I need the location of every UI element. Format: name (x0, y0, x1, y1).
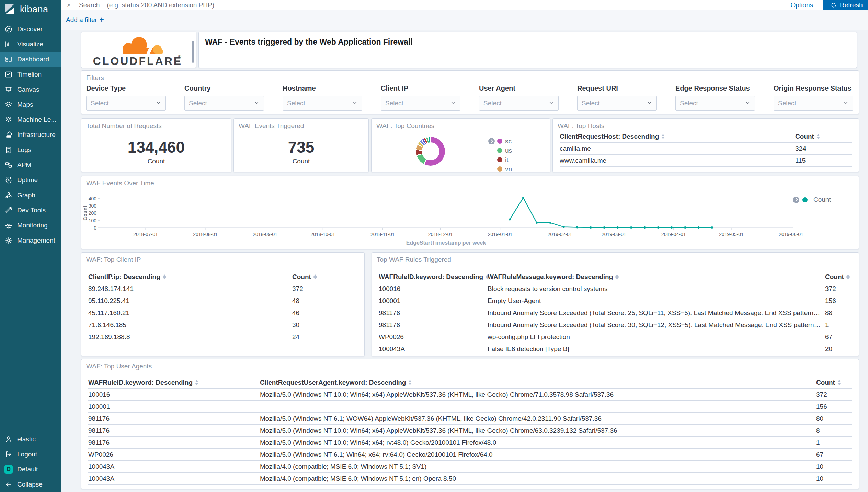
sidebar-item-machine-le[interactable]: Machine Le... (0, 112, 61, 127)
svg-text:2019-06-01: 2019-06-01 (779, 232, 803, 237)
sidebar-item-label: Management (17, 237, 55, 244)
sidebar-item-elastic[interactable]: elastic (0, 432, 61, 447)
sidebar-item-logout[interactable]: Logout (0, 447, 61, 462)
sidebar-item-label: elastic (17, 435, 36, 443)
total-requests-panel: Total Number of Requests 134,460 Count (81, 118, 231, 172)
legend-label[interactable]: Count (813, 196, 831, 203)
maps-icon (4, 101, 13, 109)
table-cell: Mozilla/5.0 (Windows NT 6.1; WOW64) Appl… (260, 415, 816, 422)
panel-scrollbar[interactable] (192, 41, 194, 63)
dashboard-title-panel: WAF - Events triggered by the Web Applic… (198, 32, 857, 68)
events-over-time-chart-mount: 01002003004002018-07-012018-08-012018-09… (81, 176, 858, 249)
search-input[interactable]: >_ Search... (e.g. status:200 AND extens… (61, 0, 781, 10)
sort-icon (846, 274, 850, 279)
table-cell: Mozilla/5.0 (Windows NT 10.0; Win64; x64… (260, 439, 816, 446)
select-placeholder: Select... (287, 99, 311, 107)
filter-select[interactable]: Select... (577, 96, 657, 111)
table-row: 981176Mozilla/5.0 (Windows NT 10.0; Win6… (88, 425, 852, 437)
top-waf-rules-panel: Top WAF Rules Triggered WAFRuleID.keywor… (372, 252, 859, 356)
column-header[interactable]: WAFRuleID.keyword: Descending (88, 379, 260, 386)
table-cell: Inbound Anomaly Score Exceeded (Total Sc… (488, 309, 825, 317)
dashboard-icon (4, 55, 13, 63)
sidebar-item-discover[interactable]: Discover (0, 22, 61, 37)
sidebar-item-apm[interactable]: APM (0, 157, 61, 173)
chevron-down-icon (745, 100, 751, 107)
sidebar-item-canvas[interactable]: Canvas (0, 82, 61, 97)
refresh-button[interactable]: Refresh (823, 0, 868, 10)
legend-label: sc (505, 138, 512, 145)
column-header[interactable]: Count (825, 273, 852, 281)
filter-select[interactable]: Select... (86, 96, 166, 111)
filter-select[interactable]: Select... (774, 96, 853, 111)
panel-title: WAF: Top Countries (376, 122, 434, 130)
legend-item-sc[interactable]: sc (488, 137, 512, 146)
top-user-agents-panel: WAF: Top User Agents WAFRuleID.keyword: … (81, 359, 859, 489)
filter-select[interactable]: Select... (675, 96, 755, 111)
column-header[interactable]: WAFRuleID.keyword: Descending (379, 273, 488, 281)
legend-item-vn[interactable]: vn (488, 164, 512, 172)
sort-icon (837, 380, 841, 385)
table-cell: 981176 (88, 427, 260, 434)
sidebar-item-maps[interactable]: Maps (0, 97, 61, 112)
table-cell: 100016 (88, 391, 260, 398)
table-cell: 372 (825, 285, 852, 293)
column-header[interactable]: ClientRequestHost: Descending (560, 133, 795, 140)
column-header[interactable]: Count (292, 273, 357, 281)
legend-color-dot (497, 166, 502, 172)
svg-text:2019-04-01: 2019-04-01 (661, 232, 686, 237)
column-header[interactable]: ClientRequestUserAgent.keyword: Descendi… (260, 379, 816, 386)
events-over-time-panel: WAF Events Over Time 01002003004002018-0… (81, 176, 859, 249)
legend-expand-icon[interactable] (793, 197, 799, 203)
machine-learning-icon (4, 116, 13, 124)
sidebar-item-graph[interactable]: Graph (0, 188, 61, 203)
sidebar-item-infrastructure[interactable]: Infrastructure (0, 127, 61, 142)
events-over-time-chart[interactable]: 01002003004002018-07-012018-08-012018-09… (81, 176, 858, 248)
sidebar-item-collapse[interactable]: Collapse (0, 477, 61, 492)
filter-select[interactable]: Select... (283, 96, 362, 111)
column-header[interactable]: Count (816, 379, 852, 386)
sidebar-item-label: Collapse (17, 481, 43, 488)
top-hosts-table: ClientRequestHost: DescendingCountcamili… (560, 131, 852, 167)
sidebar-item-timelion[interactable]: Timelion (0, 67, 61, 82)
filter-field-country: CountrySelect... (184, 84, 264, 111)
brand-text: kibana (20, 4, 48, 15)
top-hosts-panel: WAF: Top Hosts ClientRequestHost: Descen… (552, 118, 859, 172)
legend-item-it[interactable]: it (488, 155, 512, 164)
sidebar-item-monitoring[interactable]: Monitoring (0, 218, 61, 233)
column-header[interactable]: Count (795, 133, 852, 140)
column-header[interactable]: WAFRuleMessage.keyword: Descending (488, 273, 825, 281)
filter-select[interactable]: Select... (381, 96, 460, 111)
kibana-dashboard: { "topbar": { "prompt": ">_", "search_pl… (0, 0, 868, 492)
table-row: 981176Inbound Anomaly Score Exceeded (To… (379, 319, 852, 331)
add-filter-button[interactable]: Add a filter + (66, 16, 104, 24)
filter-select[interactable]: Select... (184, 96, 264, 111)
sidebar-item-default[interactable]: DDefault (0, 462, 61, 477)
filter-label: Device Type (86, 84, 166, 92)
chevron-down-icon (254, 100, 260, 107)
sidebar-item-uptime[interactable]: Uptime (0, 173, 61, 188)
sidebar-item-dashboard[interactable]: Dashboard (0, 52, 61, 67)
legend-expand-icon[interactable] (488, 138, 495, 144)
svg-text:2019-05-01: 2019-05-01 (719, 232, 744, 237)
table-row: www.camilia.me115 (560, 155, 852, 167)
countries-donut-chart[interactable] (416, 137, 445, 166)
legend-item-us[interactable]: us (488, 146, 512, 155)
table-cell: Mozilla/4.0 (compatible; MSIE 6.0; Windo… (260, 463, 816, 470)
sidebar-item-visualize[interactable]: Visualize (0, 37, 61, 52)
sidebar-item-management[interactable]: Management (0, 233, 61, 248)
table-cell: 67 (825, 333, 852, 341)
sidebar-item-label: APM (17, 161, 31, 169)
table-row: 45.117.160.2146 (88, 307, 357, 319)
options-button[interactable]: Options (781, 0, 823, 10)
sort-icon (408, 380, 412, 385)
discover-icon (4, 25, 13, 33)
top-waf-rules-table: WAFRuleID.keyword: DescendingWAFRuleMess… (379, 271, 852, 355)
svg-text:2019-01-01: 2019-01-01 (488, 232, 513, 237)
kibana-brand[interactable]: kibana (0, 0, 61, 19)
filter-select[interactable]: Select... (479, 96, 559, 111)
column-header[interactable]: ClientIP.ip: Descending (88, 273, 292, 281)
sidebar-item-logs[interactable]: Logs (0, 142, 61, 157)
table-row: 100043AMozilla/4.0 (compatible; MSIE 6.0… (88, 473, 852, 485)
sidebar-item-dev-tools[interactable]: Dev Tools (0, 203, 61, 218)
sort-icon (313, 274, 317, 279)
